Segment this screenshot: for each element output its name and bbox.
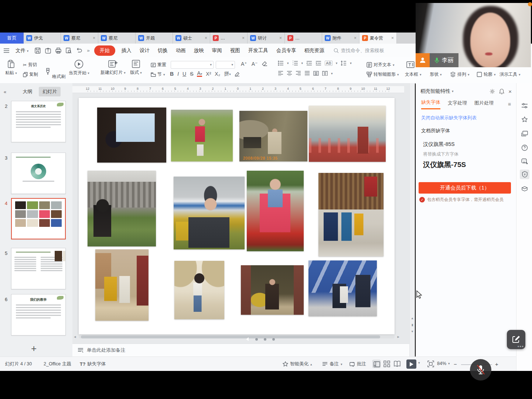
shapes-button[interactable]: 形状 ▾ xyxy=(430,71,442,78)
align-left-button[interactable] xyxy=(278,71,283,76)
fit-slide-button[interactable] xyxy=(427,360,435,368)
export-icon[interactable] xyxy=(45,48,51,54)
highlight-button[interactable] xyxy=(235,71,240,76)
collapse-sidebar-button[interactable]: « xyxy=(4,89,6,95)
scroll-left-arrow[interactable]: ◂ xyxy=(74,334,76,339)
panel-tab-image-processing[interactable]: 图片处理 xyxy=(474,100,494,109)
print-preview-icon[interactable] xyxy=(66,48,72,54)
slides-tab[interactable]: 幻灯片 xyxy=(39,87,61,96)
zoom-out-button[interactable]: − xyxy=(454,361,457,367)
smart-beautify-button[interactable]: 智能美化▴ xyxy=(283,361,312,367)
resource-box-icon[interactable] xyxy=(520,184,529,193)
command-search[interactable]: 查找命令、搜索模板 xyxy=(334,47,384,54)
missing-font-status[interactable]: T? 缺失字体 xyxy=(80,361,106,367)
smart-features-lightning-icon[interactable] xyxy=(520,170,529,179)
slide-pager-dots[interactable] xyxy=(246,337,275,341)
menu-tab-slideshow[interactable]: 放映 xyxy=(190,45,208,56)
outline-tab[interactable]: 大纲 xyxy=(19,87,36,96)
menu-tab-devtools[interactable]: 开发工具 xyxy=(244,45,272,56)
align-right-button[interactable] xyxy=(296,71,301,76)
close-tab-icon[interactable]: × xyxy=(242,35,245,41)
slide-thumbnail-2[interactable]: 俄文系历史 xyxy=(11,101,66,142)
doc-tab[interactable]: W蔡尼× xyxy=(61,33,98,44)
photo-pink-coat-tulips[interactable] xyxy=(247,171,304,251)
columns-button[interactable] xyxy=(322,71,328,76)
photo-library-group[interactable] xyxy=(318,173,383,256)
reading-view-button[interactable] xyxy=(393,360,401,368)
horizontal-scrollbar[interactable]: ◂ ▸ xyxy=(79,335,395,338)
menu-tab-animation[interactable]: 动画 xyxy=(172,45,190,56)
zoom-level[interactable]: 84%▾ xyxy=(437,361,450,366)
increase-indent-button[interactable] xyxy=(316,61,321,66)
next-slide-button[interactable]: ▼ xyxy=(410,329,415,334)
theme-name[interactable]: 2_Office 主题 xyxy=(44,361,71,367)
new-slide-button[interactable]: 新建幻灯片 ▾ xyxy=(100,59,126,76)
outline-button[interactable]: 轮廓 ▾ xyxy=(477,71,496,78)
presentation-tools-button[interactable]: 演示工具 ▾ xyxy=(499,71,521,78)
properties-sliders-icon[interactable] xyxy=(520,101,529,110)
photo-brick-gate[interactable] xyxy=(241,265,304,315)
close-tab-icon[interactable]: × xyxy=(93,35,95,41)
close-panel-icon[interactable]: × xyxy=(508,88,512,95)
normal-view-button[interactable] xyxy=(372,360,381,368)
copy-button[interactable]: 复制 xyxy=(23,71,38,78)
font-color-button[interactable]: A▾ xyxy=(197,71,202,77)
gear-icon[interactable] xyxy=(490,89,495,94)
increase-font-button[interactable]: A⁺ xyxy=(241,61,247,67)
close-tab-icon[interactable]: × xyxy=(391,35,394,41)
close-tab-icon[interactable]: × xyxy=(205,35,207,41)
panel-tab-text-processing[interactable]: 文字处理 xyxy=(448,100,467,109)
play-options-caret[interactable]: ▾ xyxy=(418,361,420,365)
subscript-button[interactable]: X₂ xyxy=(215,71,220,77)
file-menu[interactable]: 文件 ▾ xyxy=(11,45,33,56)
beautify-face-icon[interactable] xyxy=(520,156,529,166)
paste-button[interactable]: 粘贴 ▾ xyxy=(5,60,17,76)
font-family-select[interactable]: ▾ xyxy=(171,61,214,69)
section-button[interactable]: 节 ▾ xyxy=(151,71,165,78)
align-center-button[interactable] xyxy=(287,71,292,76)
superscript-button[interactable]: X² xyxy=(206,71,211,77)
doc-tab[interactable]: P… xyxy=(285,33,322,44)
photo-stone-monument[interactable]: 2008/09/28 15:35 xyxy=(239,111,307,161)
photo-colonnade[interactable] xyxy=(88,171,156,246)
arrange-button[interactable]: 排列 ▾ xyxy=(450,71,470,78)
slide-thumbnail-3[interactable] xyxy=(11,153,66,194)
menu-tab-start[interactable]: 开始 xyxy=(94,45,115,56)
doc-tab[interactable]: W硕士× xyxy=(173,33,210,44)
horizontal-scroll-thumb[interactable] xyxy=(81,335,380,338)
doc-tab[interactable]: W伊戈 xyxy=(24,33,61,44)
save-icon[interactable] xyxy=(35,48,41,54)
slideshow-play-button[interactable] xyxy=(406,359,416,369)
cut-button[interactable]: ✂剪切 xyxy=(23,62,37,68)
print-icon[interactable] xyxy=(55,48,61,54)
reset-button[interactable]: 重置 xyxy=(151,62,166,68)
vertical-scrollbar[interactable]: ▲ ▮ ▼ xyxy=(409,83,415,357)
text-box-button[interactable]: 文本框 ▾ xyxy=(405,71,422,78)
photo-canal-bridge[interactable] xyxy=(309,106,386,162)
photo-interview[interactable] xyxy=(308,260,377,316)
menu-tab-insert[interactable]: 插入 xyxy=(117,45,136,56)
photo-grassland-red-shirt[interactable] xyxy=(171,110,233,161)
doc-tab[interactable]: W蔡尼 xyxy=(98,33,136,44)
menu-tab-review[interactable]: 审阅 xyxy=(208,45,226,56)
microphone-muted-button[interactable] xyxy=(470,359,491,381)
more-quick-commands-icon[interactable]: » xyxy=(87,48,90,53)
doc-tab[interactable]: W附件× xyxy=(322,33,359,44)
justify-button[interactable] xyxy=(304,71,310,76)
strikethrough-button[interactable]: S xyxy=(190,71,193,77)
undo-icon[interactable] xyxy=(76,48,82,53)
slide-sorter-view-button[interactable] xyxy=(383,360,391,368)
disable-auto-show-link[interactable]: 关闭自动展示缺失字体列表 xyxy=(416,109,516,121)
line-spacing-button[interactable] xyxy=(341,61,347,66)
bullet-list-button[interactable] xyxy=(278,61,284,66)
decrease-indent-button[interactable] xyxy=(306,61,312,66)
scroll-thumb-v[interactable]: ▮ xyxy=(410,323,415,328)
download-after-membership-button[interactable]: 开通会员后下载（1） xyxy=(419,182,511,194)
clear-format-button[interactable] xyxy=(262,61,267,66)
doc-tab-active[interactable]: P夏令营× xyxy=(359,33,397,44)
effects-star-icon[interactable] xyxy=(520,115,529,125)
animation-frames-icon[interactable] xyxy=(520,129,529,139)
doc-tab[interactable]: W开题 xyxy=(136,33,173,44)
comments-button[interactable]: 批注 xyxy=(349,361,366,367)
menu-tab-docer[interactable]: 稻壳资源 xyxy=(300,45,328,56)
